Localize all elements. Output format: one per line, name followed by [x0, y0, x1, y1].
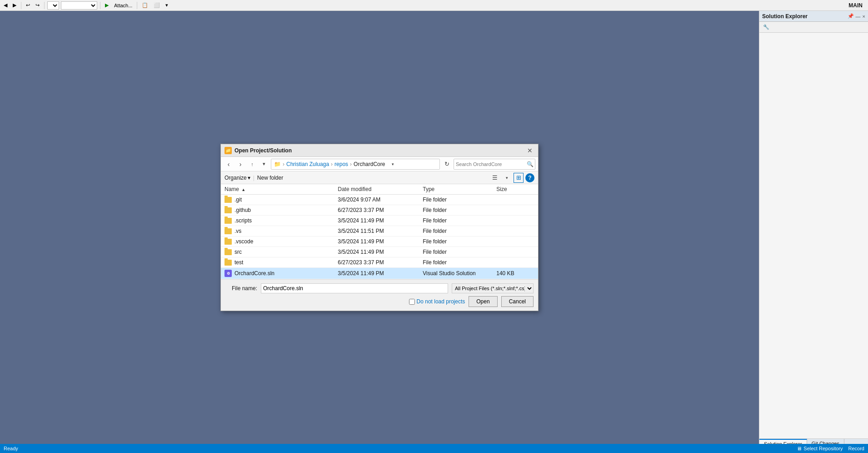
- start-button[interactable]: ▶: [103, 1, 110, 10]
- view-grid-btn[interactable]: ⊞: [514, 173, 524, 183]
- search-input[interactable]: [454, 161, 525, 167]
- toolbar-btn-4[interactable]: ↪: [34, 1, 41, 10]
- file-name: .vs: [234, 228, 241, 234]
- select-repo-area[interactable]: 🖥 Select Repository: [797, 446, 843, 451]
- se-minimize-btn[interactable]: —: [856, 13, 861, 19]
- toolbar-btn-1[interactable]: ◀: [2, 1, 9, 10]
- solution-explorer-panel: Solution Explorer 📌 — × 🔧 Solution Explo…: [759, 11, 868, 448]
- file-type: File folder: [419, 247, 493, 257]
- cancel-btn[interactable]: Cancel: [501, 296, 534, 307]
- col-header-date[interactable]: Date modified: [334, 184, 419, 195]
- file-name: test: [234, 259, 243, 266]
- dialog-title-left: 📁 Open Project/Solution: [224, 147, 292, 154]
- toolbar-sep-3: [100, 2, 100, 9]
- file-name: src: [234, 249, 242, 255]
- filename-input[interactable]: [261, 283, 448, 293]
- table-row[interactable]: .github6/27/2023 3:37 PMFile folder: [221, 205, 538, 216]
- dialog-overlay: 📁 Open Project/Solution ✕ ‹ › ↑ ▾ 📁 › Ch…: [0, 11, 759, 444]
- toolbar-btn-6[interactable]: ⬜: [152, 1, 162, 10]
- filetype-dropdown[interactable]: All Project Files (*.sln;*.slnf;*.cs): [452, 283, 534, 293]
- open-project-dialog: 📁 Open Project/Solution ✕ ‹ › ↑ ▾ 📁 › Ch…: [220, 144, 539, 311]
- search-button[interactable]: 🔍: [525, 159, 535, 169]
- nav-refresh-btn[interactable]: ↻: [442, 159, 452, 169]
- file-type: File folder: [419, 195, 493, 205]
- file-table-container: Name ▲ Date modified Type Size .git3/6/2…: [221, 184, 538, 279]
- file-date: 3/5/2024 11:51 PM: [334, 226, 419, 237]
- file-size: [493, 237, 538, 247]
- file-table-header: Name ▲ Date modified Type Size: [221, 184, 538, 195]
- folder-icon: [224, 197, 232, 203]
- solution-explorer-header: Solution Explorer 📌 — ×: [759, 11, 868, 22]
- file-date: 6/27/2023 3:37 PM: [334, 205, 419, 216]
- view-dropdown-btn[interactable]: ▾: [502, 173, 512, 183]
- folder-icon: [224, 260, 232, 266]
- toolbar-dropdown-2[interactable]: [61, 1, 97, 10]
- file-size: [493, 247, 538, 257]
- organize-btn[interactable]: Organize ▾: [224, 175, 250, 181]
- se-wrench-btn[interactable]: 🔧: [761, 23, 771, 32]
- col-header-name[interactable]: Name ▲: [221, 184, 334, 195]
- toolbar-btn-5[interactable]: 📋: [140, 1, 150, 10]
- toolbar-btn-3[interactable]: ↩: [24, 1, 32, 10]
- main-toolbar: ◀ ▶ ↩ ↪ ▶ Attach... 📋 ⬜ ▾ MAIN: [0, 0, 868, 11]
- table-row[interactable]: .vs3/5/2024 11:51 PMFile folder: [221, 226, 538, 237]
- nav-up-btn[interactable]: ↑: [247, 159, 257, 169]
- file-date: 3/5/2024 11:49 PM: [334, 247, 419, 257]
- toolbar-dropdown-1[interactable]: [47, 1, 59, 10]
- nav-forward-btn[interactable]: ›: [235, 159, 245, 169]
- se-close-btn[interactable]: ×: [863, 13, 865, 19]
- se-toolbar: 🔧: [759, 22, 868, 33]
- file-controls-bar: Organize ▾ | New folder ☰ ▾ ⊞ ?: [221, 171, 538, 184]
- toolbar-btn-7[interactable]: ▾: [164, 1, 170, 10]
- file-size: 140 KB: [493, 268, 538, 279]
- table-row[interactable]: .git3/6/2024 9:07 AMFile folder: [221, 195, 538, 205]
- breadcrumb-item-0[interactable]: Christian Zuluaga: [286, 161, 329, 167]
- dialog-close-btn[interactable]: ✕: [525, 146, 534, 155]
- dialog-footer: File name: All Project Files (*.sln;*.sl…: [221, 279, 538, 311]
- do-not-load-label[interactable]: Do not load projects: [409, 298, 465, 305]
- file-name: .scripts: [234, 217, 252, 224]
- help-btn[interactable]: ?: [525, 173, 534, 182]
- file-type: File folder: [419, 237, 493, 247]
- col-header-size[interactable]: Size: [493, 184, 538, 195]
- record-label[interactable]: Record: [848, 446, 864, 451]
- dialog-folder-icon: 📁: [224, 147, 232, 154]
- search-box: 🔍: [454, 159, 535, 170]
- nav-back-btn[interactable]: ‹: [224, 159, 234, 169]
- new-folder-btn[interactable]: New folder: [257, 175, 283, 181]
- status-ready: Ready: [4, 446, 18, 451]
- options-row: Do not load projects Open Cancel: [225, 296, 534, 307]
- dialog-title-bar: 📁 Open Project/Solution ✕: [221, 144, 538, 157]
- se-header-controls: 📌 — ×: [848, 13, 865, 19]
- file-size: [493, 195, 538, 205]
- file-table-body: .git3/6/2024 9:07 AMFile folder.github6/…: [221, 195, 538, 279]
- table-row[interactable]: .vscode3/5/2024 11:49 PMFile folder: [221, 237, 538, 247]
- col-header-type[interactable]: Type: [419, 184, 493, 195]
- view-list-btn[interactable]: ☰: [490, 173, 500, 183]
- file-date: 3/5/2024 11:49 PM: [334, 237, 419, 247]
- se-pin-btn[interactable]: 📌: [848, 13, 854, 19]
- table-row[interactable]: src3/5/2024 11:49 PMFile folder: [221, 247, 538, 257]
- folder-icon: [224, 207, 232, 213]
- toolbar-btn-2[interactable]: ▶: [11, 1, 18, 10]
- table-row[interactable]: test6/27/2023 3:37 PMFile folder: [221, 257, 538, 268]
- nav-recent-btn[interactable]: ▾: [259, 159, 269, 169]
- toolbar-sep-2: [44, 2, 45, 9]
- breadcrumb-dropdown-btn[interactable]: ▾: [388, 159, 398, 169]
- breadcrumb-current: OrchardCore: [354, 161, 385, 167]
- toolbar-sep-4: [137, 2, 137, 9]
- table-row[interactable]: ⚙OrchardCore.sln3/5/2024 11:49 PMVisual …: [221, 268, 538, 279]
- file-date: 3/5/2024 11:49 PM: [334, 216, 419, 226]
- table-row[interactable]: .scripts3/5/2024 11:49 PMFile folder: [221, 216, 538, 226]
- do-not-load-checkbox[interactable]: [409, 299, 415, 305]
- window-label: MAIN: [848, 2, 866, 9]
- open-btn[interactable]: Open: [469, 296, 497, 307]
- file-date: 3/5/2024 11:49 PM: [334, 268, 419, 279]
- file-name: .vscode: [234, 238, 253, 245]
- folder-icon: [224, 249, 232, 255]
- breadcrumb-item-1[interactable]: repos: [334, 161, 348, 167]
- attach-button[interactable]: Attach...: [112, 1, 134, 10]
- file-size: [493, 205, 538, 216]
- file-table: Name ▲ Date modified Type Size .git3/6/2…: [221, 184, 538, 279]
- toolbar-sep-1: [21, 2, 21, 9]
